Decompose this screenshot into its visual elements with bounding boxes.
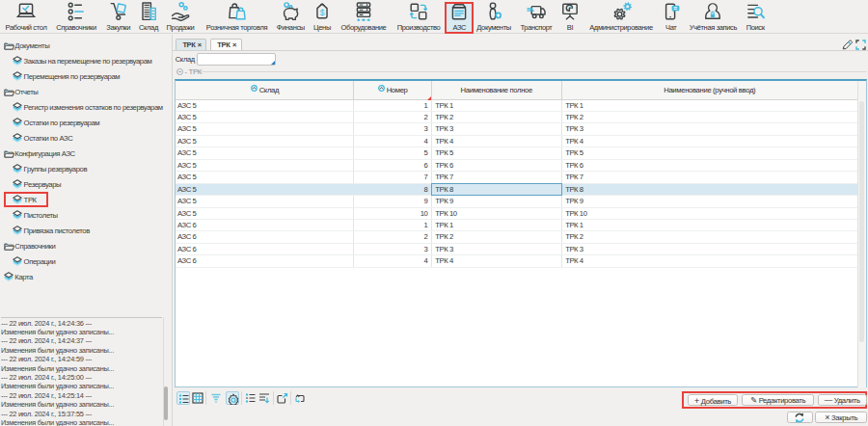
svg-text:$: $ bbox=[320, 8, 325, 17]
